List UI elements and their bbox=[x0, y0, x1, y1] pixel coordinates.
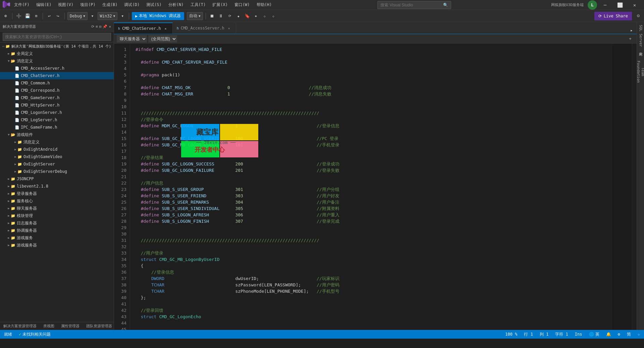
menu-view[interactable]: 视图(V) bbox=[55, 1, 76, 8]
status-star[interactable]: ☆ bbox=[636, 332, 641, 337]
sidebar-item-oxeight-debug[interactable]: ▶ 📁 OxEightServerDebug bbox=[0, 168, 114, 175]
game-service-arrow[interactable]: ▶ bbox=[7, 236, 11, 240]
solution-collapse-icon[interactable]: ▭ bbox=[1, 44, 5, 48]
sidebar-item-cmd-http[interactable]: 📄 CMD_HttpServer.h bbox=[0, 101, 114, 109]
tab-close-access[interactable]: ✕ bbox=[226, 25, 232, 31]
status-simple-label[interactable]: 简 bbox=[626, 332, 632, 337]
sidebar-item-game-server[interactable]: ▶ 📁 游戏服务器 bbox=[0, 241, 114, 249]
sidebar-item-module-mgr[interactable]: ▶ 📁 模块管理 bbox=[0, 212, 114, 219]
breadcrumb-file-select[interactable]: 聊天服务器 bbox=[117, 35, 147, 43]
menu-debug[interactable]: 调试(D) bbox=[121, 1, 142, 8]
save-all-button[interactable]: ⊞ bbox=[33, 12, 40, 20]
sidebar-item-jsoncpp[interactable]: ▶ 📁 JSONCPP bbox=[0, 175, 114, 183]
undo-button[interactable]: ↩ bbox=[46, 12, 53, 20]
debug-toolbar-btn-1[interactable]: ⏹ bbox=[209, 12, 216, 20]
module-mgr-arrow[interactable]: ▶ bbox=[7, 214, 11, 218]
sidebar-item-game-service[interactable]: ▶ 📁 游戏服务 bbox=[0, 234, 114, 241]
sidebar-item-msg-def2[interactable]: ▶ 📁 消息定义 bbox=[0, 138, 114, 146]
save-button[interactable]: 💾 bbox=[24, 12, 31, 20]
sidebar-item-log-server[interactable]: ▶ 📁 日志服务器 bbox=[0, 219, 114, 227]
jsoncpp-arrow[interactable]: ▶ bbox=[7, 177, 11, 181]
new-project-button[interactable]: ⊕ bbox=[2, 12, 9, 20]
run-config-dropdown[interactable]: 自动 ▼ bbox=[187, 12, 203, 20]
feedback-button[interactable]: ☺ bbox=[635, 12, 642, 20]
status-ready[interactable]: 就绪 bbox=[3, 332, 13, 337]
oxeight-server-arrow[interactable]: ▶ bbox=[13, 162, 17, 166]
run-debugger-button[interactable]: ▶ 本地 Windows 调试器 bbox=[132, 12, 184, 20]
sidebar-item-cmd-chat[interactable]: 📄 CMD_ChatServer.h bbox=[0, 72, 114, 79]
tab-cmd-chat-server[interactable]: h CMD_ChatServer.h ✕ bbox=[114, 22, 173, 34]
pin-icon[interactable]: 📌 bbox=[103, 24, 107, 29]
sidebar-item-cmd-logon[interactable]: 📄 CMD_LogonServer.h bbox=[0, 109, 114, 116]
add-button[interactable]: ➕ bbox=[15, 12, 22, 20]
sidebar-item-ipc-game[interactable]: 📄 IPC_GameFrame.h bbox=[0, 124, 114, 131]
tab-class-view[interactable]: 类视图 bbox=[40, 322, 58, 330]
editor-zoom-in[interactable]: + bbox=[627, 35, 634, 43]
sidebar-item-oxeight-android[interactable]: ▶ 📁 OxEightAndroid bbox=[0, 146, 114, 153]
msg-def-arrow[interactable]: ▼ bbox=[7, 59, 11, 63]
tab-property-manager[interactable]: 属性管理器 bbox=[58, 322, 83, 330]
vs-search-input[interactable] bbox=[377, 1, 451, 9]
menu-tools[interactable]: 工具(T) bbox=[188, 1, 209, 8]
coord-arrow[interactable]: ▶ bbox=[7, 228, 11, 232]
chat-server-arrow[interactable]: ▶ bbox=[7, 206, 11, 210]
tab-solution-explorer[interactable]: 解决方案资源管理器 bbox=[0, 322, 40, 330]
toolbar-misc-2[interactable]: ⬦ bbox=[270, 12, 277, 20]
status-zoom[interactable]: 100 % bbox=[504, 332, 519, 337]
collapse-all-icon[interactable]: ⊟ bbox=[99, 24, 102, 29]
sidebar-item-global-def[interactable]: ▶ 📁 全局定义 bbox=[0, 50, 114, 57]
perf-button[interactable]: ◈ bbox=[252, 12, 260, 20]
minimize-button[interactable]: ─ bbox=[598, 0, 612, 10]
global-def-arrow[interactable]: ▶ bbox=[7, 52, 11, 56]
sidebar-item-cmd-access[interactable]: 📄 CMD_AccessServer.h bbox=[0, 65, 114, 72]
restore-button[interactable]: ⬜ bbox=[613, 0, 627, 10]
log-server-arrow[interactable]: ▶ bbox=[7, 221, 11, 225]
platform-dropdown[interactable]: Win32 ▼ bbox=[98, 12, 118, 20]
status-ime-icon[interactable]: 🌐 英 bbox=[588, 332, 601, 337]
sidebar-item-libevent[interactable]: ▶ 📁 libevent2.1.8 bbox=[0, 183, 114, 190]
bookmark-button[interactable]: 🔖 bbox=[244, 12, 251, 20]
menu-edit[interactable]: 编辑(E) bbox=[34, 1, 54, 8]
breakpoints-button[interactable]: ⬥ bbox=[235, 12, 242, 20]
code-content[interactable]: #ifndef CMD_CHAT_SERVER_HEAD_FILE #defin… bbox=[130, 44, 612, 330]
team-foundation-btn[interactable]: Team Foundation bbox=[637, 58, 644, 85]
sql-server-panel-btn[interactable]: SQL Server 对象 bbox=[637, 23, 644, 50]
game-comp-arrow[interactable]: ▼ bbox=[7, 133, 11, 137]
redo-button[interactable]: ↪ bbox=[54, 12, 62, 20]
oxeight-android-arrow[interactable]: ▶ bbox=[13, 147, 17, 151]
status-char[interactable]: 字符 1 bbox=[554, 332, 569, 337]
config-manager-button[interactable]: ▼ bbox=[89, 12, 96, 20]
breadcrumb-scope-select[interactable]: (全局范围) bbox=[148, 35, 177, 43]
menu-build[interactable]: 生成(B) bbox=[100, 1, 120, 8]
close-button[interactable]: ✕ bbox=[628, 0, 641, 10]
sidebar-item-logon-server[interactable]: ▶ 📁 登录服务器 bbox=[0, 190, 114, 197]
menu-help[interactable]: 帮助(H) bbox=[254, 1, 275, 8]
menu-analyze[interactable]: 分析(N) bbox=[166, 1, 186, 8]
sidebar-item-service-core[interactable]: ▶ 📁 服务核心 bbox=[0, 197, 114, 205]
menu-file[interactable]: 文件(F) bbox=[11, 1, 32, 8]
sidebar-item-oxeight-server[interactable]: ▶ 📁 OxEightServer bbox=[0, 160, 114, 168]
logon-arrow[interactable]: ▶ bbox=[7, 192, 11, 196]
sidebar-item-oxeight-video[interactable]: ▶ 📁 OxEightGameVideo bbox=[0, 153, 114, 160]
status-line[interactable]: 行 1 bbox=[523, 332, 534, 337]
status-ins[interactable]: Ins bbox=[574, 332, 584, 337]
close-panel-icon[interactable]: ✕ bbox=[109, 24, 111, 29]
menu-window[interactable]: 窗口(W) bbox=[232, 1, 253, 8]
debug-toolbar-btn-2[interactable]: ⏸ bbox=[217, 12, 225, 20]
sidebar-item-coord-server[interactable]: ▶ 📁 协调服务器 bbox=[0, 227, 114, 234]
oxeight-debug-arrow[interactable]: ▶ bbox=[13, 169, 17, 173]
menu-extensions[interactable]: 扩展(X) bbox=[210, 1, 230, 8]
sync-icon[interactable]: ⟳ bbox=[91, 24, 94, 29]
tab-close-chat[interactable]: ✕ bbox=[163, 26, 168, 31]
sidebar-item-msg-def[interactable]: ▼ 📂 消息定义 bbox=[0, 57, 114, 65]
sidebar-search-input[interactable] bbox=[3, 33, 111, 41]
tab-cmd-access-server[interactable]: h CMD_AccessServer.h ✕ bbox=[173, 22, 236, 34]
menu-test[interactable]: 测试(S) bbox=[144, 1, 164, 8]
service-core-arrow[interactable]: ▶ bbox=[7, 199, 11, 203]
platform-config-button[interactable]: ▼ bbox=[119, 12, 126, 20]
solution-root-item[interactable]: ▭ 📁 解决方案'网狐旗舰U3D服务端'(第 14 个项目，共 14 个) bbox=[0, 43, 114, 50]
filter-icon[interactable]: ≡ bbox=[96, 24, 98, 29]
editor-vertical-scrollbar[interactable] bbox=[632, 44, 637, 330]
debug-toolbar-btn-3[interactable]: ⟳ bbox=[226, 12, 233, 20]
sidebar-item-cmd-game[interactable]: 📄 CMD_GameServer.h bbox=[0, 94, 114, 101]
